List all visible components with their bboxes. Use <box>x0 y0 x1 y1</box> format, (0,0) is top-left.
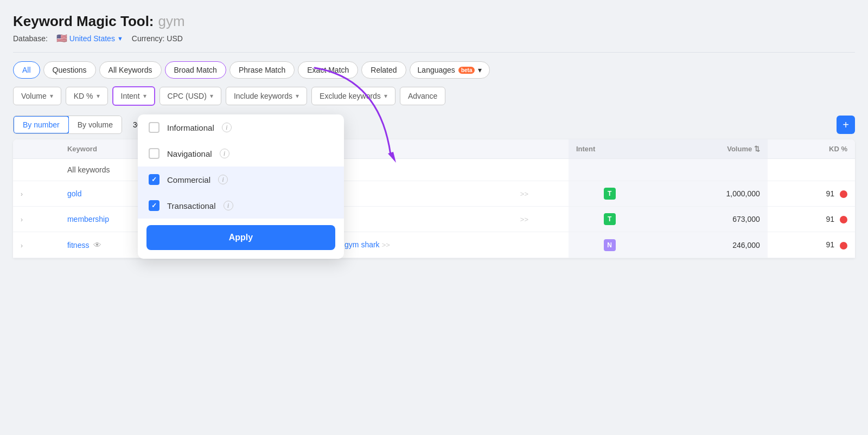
cpc-label: CPC (USD) <box>168 92 207 100</box>
intent-badge-t: T <box>604 188 616 200</box>
kd-dot-icon <box>840 216 847 223</box>
navigational-checkbox[interactable] <box>149 148 159 159</box>
kd-dot-icon <box>840 242 847 250</box>
cpc-filter-button[interactable]: CPC (USD) ▾ <box>159 87 221 105</box>
intent-label: Intent <box>121 92 140 100</box>
informational-label: Informational <box>167 123 214 132</box>
view-by-number-button[interactable]: By number <box>13 116 69 134</box>
empty-cell <box>569 159 650 181</box>
exclude-keywords-button[interactable]: Exclude keywords ▾ <box>311 87 395 105</box>
view-toggle: By number By volume <box>13 116 122 134</box>
volume-cell: 1,000,000 <box>650 181 768 207</box>
currency-label: Currency: USD <box>132 34 183 43</box>
dropdown-item-commercial[interactable]: Commercial i <box>138 167 344 193</box>
database-label: Database: <box>13 34 48 43</box>
page-header: Keyword Magic Tool: gym Database: 🇺🇸 Uni… <box>13 13 855 43</box>
double-chevron-icon[interactable]: >> <box>520 190 528 198</box>
kd-label: KD % <box>74 92 93 100</box>
expand-cell: › <box>13 207 60 232</box>
chevron-down-icon: ▾ <box>296 92 299 100</box>
filter-bar: Volume ▾ KD % ▾ Intent ▾ CPC (USD) ▾ Inc… <box>13 86 855 106</box>
intent-badge-t: T <box>604 213 616 225</box>
gym-shark-link[interactable]: gym shark <box>344 240 380 249</box>
dropdown-item-navigational[interactable]: Navigational i <box>138 140 344 167</box>
view-by-volume-button[interactable]: By volume <box>69 116 122 133</box>
kd-cell: 91 <box>768 207 855 232</box>
row-expander-icon[interactable]: › <box>21 242 25 250</box>
col-intent: Intent <box>569 139 650 159</box>
advance-filter-button[interactable]: Advance <box>400 87 445 105</box>
navigational-label: Navigational <box>167 149 212 158</box>
col-kd: KD % <box>768 139 855 159</box>
info-icon[interactable]: i <box>220 149 229 158</box>
double-chevron-icon[interactable]: >> <box>520 215 528 223</box>
chevron-down-icon: ▾ <box>50 92 53 100</box>
col-expand <box>13 139 60 159</box>
database-selector[interactable]: 🇺🇸 United States ▼ <box>56 33 123 43</box>
empty-cell <box>650 159 768 181</box>
tab-phrase-match[interactable]: Phrase Match <box>229 61 295 79</box>
beta-badge: beta <box>458 67 475 74</box>
tab-broad-match[interactable]: Broad Match <box>165 61 226 79</box>
checkbox-cell[interactable]: ◁◁ <box>315 181 513 207</box>
intent-cell: T <box>569 181 650 207</box>
kd-dot-icon <box>840 190 847 198</box>
informational-checkbox[interactable] <box>149 122 159 133</box>
chevron-down-icon: ▾ <box>143 92 146 100</box>
chevron-down-icon: ▼ <box>117 35 123 42</box>
search-query: gym <box>158 13 185 30</box>
volume-cell: 246,000 <box>650 232 768 258</box>
intent-dropdown: Informational i Navigational i Commercia… <box>138 114 344 259</box>
row-expander-icon[interactable]: › <box>21 190 25 198</box>
intent-filter-button[interactable]: Intent ▾ <box>112 86 155 106</box>
apply-button[interactable]: Apply <box>146 225 335 250</box>
keyword-link[interactable]: fitness <box>67 241 89 250</box>
volume-label: Volume <box>21 92 47 100</box>
chevron-cell: >> <box>513 207 569 232</box>
include-keywords-button[interactable]: Include keywords ▾ <box>226 87 307 105</box>
kd-cell: 91 <box>768 181 855 207</box>
exclude-label: Exclude keywords <box>320 92 381 100</box>
sort-icon: ⇅ <box>754 145 760 153</box>
intent-cell: T <box>569 207 650 232</box>
commercial-checkbox[interactable] <box>149 174 159 185</box>
info-icon[interactable]: i <box>224 201 233 210</box>
double-chevron-icon[interactable]: >> <box>382 241 390 249</box>
tab-all[interactable]: All <box>13 61 40 79</box>
tab-questions[interactable]: Questions <box>43 61 96 79</box>
row-expander-icon[interactable]: › <box>21 216 25 223</box>
advance-label: Advance <box>408 92 437 100</box>
eye-icon[interactable]: 👁 <box>93 240 101 250</box>
include-label: Include keywords <box>234 92 292 100</box>
subtitle-row: Database: 🇺🇸 United States ▼ Currency: U… <box>13 33 855 43</box>
chevron-down-icon: ▾ <box>210 92 213 100</box>
divider <box>13 52 855 53</box>
add-to-list-button[interactable]: + <box>837 116 855 134</box>
tab-languages[interactable]: Languages beta ▾ <box>410 61 490 79</box>
empty-cell <box>513 159 569 181</box>
empty-cell <box>315 159 513 181</box>
dropdown-item-transactional[interactable]: Transactional i <box>138 193 344 219</box>
volume-cell: 673,000 <box>650 207 768 232</box>
checkbox-cell[interactable]: ⊕ gym shark >> <box>315 232 513 258</box>
intent-cell: N <box>569 232 650 258</box>
dropdown-item-informational[interactable]: Informational i <box>138 114 344 140</box>
info-icon[interactable]: i <box>222 123 232 132</box>
page-title: Keyword Magic Tool: <box>13 13 154 30</box>
database-name: United States <box>69 34 115 43</box>
tab-bar: All Questions All Keywords Broad Match P… <box>13 61 855 79</box>
info-icon[interactable]: i <box>218 175 228 184</box>
tab-related[interactable]: Related <box>361 61 406 79</box>
volume-filter-button[interactable]: Volume ▾ <box>13 87 61 105</box>
kd-filter-button[interactable]: KD % ▾ <box>66 87 108 105</box>
chevron-down-icon: ▾ <box>478 66 482 74</box>
expand-cell: › <box>13 181 60 207</box>
col-volume[interactable]: Volume ⇅ <box>650 139 768 159</box>
chevron-down-icon: ▾ <box>384 92 387 100</box>
expand-cell: › <box>13 232 60 258</box>
transactional-checkbox[interactable] <box>149 200 159 211</box>
kd-cell: 91 <box>768 232 855 258</box>
tab-exact-match[interactable]: Exact Match <box>298 61 358 79</box>
tab-all-keywords[interactable]: All Keywords <box>99 61 162 79</box>
checkbox-cell[interactable]: ◁◁ <box>315 207 513 232</box>
